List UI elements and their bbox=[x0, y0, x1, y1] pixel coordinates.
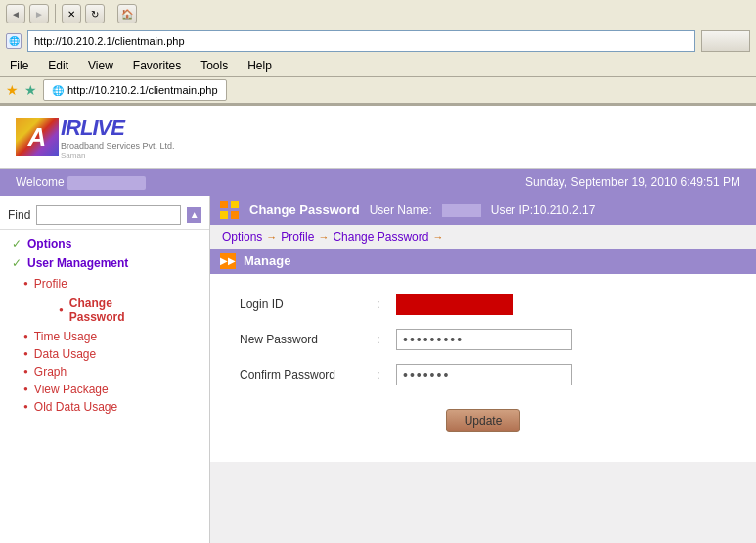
nav-subsub-change-password: ● Change Password bbox=[23, 293, 186, 328]
topbar-username-label: User Name: bbox=[370, 204, 432, 217]
sidebar-item-view-package[interactable]: ● View Package bbox=[23, 381, 186, 398]
confirm-password-input[interactable] bbox=[396, 364, 572, 385]
menu-help[interactable]: Help bbox=[244, 57, 276, 74]
welcome-prefix: Welcome bbox=[16, 175, 65, 189]
topbar-userbox bbox=[442, 204, 481, 217]
grid-cell-1 bbox=[220, 201, 228, 208]
breadcrumb-arrow-1: → bbox=[266, 231, 277, 243]
home-button[interactable]: 🏠 bbox=[117, 4, 137, 23]
logo-company: Saman bbox=[61, 151, 175, 159]
options-check-icon: ✓ bbox=[12, 237, 22, 250]
form-area: Login ID : New Password : Confirm Passwo… bbox=[210, 274, 756, 462]
breadcrumb-options[interactable]: Options bbox=[222, 230, 262, 244]
confirm-password-row: Confirm Password : bbox=[240, 364, 727, 385]
sidebar-item-options[interactable]: ✓ Options bbox=[0, 234, 209, 253]
grid-cell-4 bbox=[231, 211, 239, 219]
manage-icon: ▶▶ bbox=[220, 253, 236, 269]
sidebar-item-user-management[interactable]: ✓ User Management bbox=[0, 253, 209, 273]
logo-a-letter: A bbox=[28, 122, 47, 153]
add-favorite-icon: ★ bbox=[24, 82, 37, 98]
old-data-usage-label: Old Data Usage bbox=[34, 400, 117, 414]
login-id-row: Login ID : bbox=[240, 294, 727, 315]
login-id-input bbox=[396, 294, 513, 315]
view-package-label: View Package bbox=[34, 383, 109, 396]
menu-file[interactable]: File bbox=[6, 57, 32, 74]
breadcrumb: Options → Profile → Change Password → bbox=[210, 225, 756, 249]
user-management-label: User Management bbox=[27, 256, 128, 270]
options-label: Options bbox=[27, 237, 71, 250]
welcome-text: Welcome bbox=[16, 175, 146, 190]
go-button[interactable] bbox=[701, 30, 750, 52]
find-label: Find bbox=[8, 208, 30, 222]
new-password-input[interactable] bbox=[396, 329, 572, 350]
refresh-button[interactable]: ↻ bbox=[85, 4, 105, 23]
toolbar-divider2 bbox=[111, 4, 111, 23]
manage-header: ▶▶ Manage bbox=[210, 249, 756, 274]
content-area: Change Password User Name: User IP:10.21… bbox=[210, 196, 756, 543]
profile-bullet-icon: ● bbox=[23, 279, 28, 288]
confirm-password-label: Confirm Password bbox=[240, 368, 377, 382]
favorites-star-icon: ★ bbox=[6, 82, 19, 98]
grid-icon bbox=[220, 201, 240, 220]
logo-box: A bbox=[16, 118, 59, 156]
menu-edit[interactable]: Edit bbox=[44, 57, 72, 74]
address-input[interactable] bbox=[27, 30, 695, 52]
breadcrumb-change-password[interactable]: Change Password bbox=[333, 230, 428, 244]
login-id-colon: : bbox=[377, 297, 396, 311]
back-button[interactable]: ◄ bbox=[6, 4, 25, 23]
breadcrumb-arrow-3: → bbox=[432, 231, 443, 243]
sidebar-item-old-data-usage[interactable]: ● Old Data Usage bbox=[23, 398, 186, 416]
datetime: Sunday, September 19, 2010 6:49:51 PM bbox=[525, 175, 740, 189]
page-header: A IRLIVE Broadband Services Pvt. Ltd. Sa… bbox=[0, 106, 756, 169]
find-row: Find ▲ bbox=[0, 202, 209, 230]
fav-page-icon: 🌐 bbox=[52, 85, 64, 96]
logo: A IRLIVE Broadband Services Pvt. Ltd. Sa… bbox=[16, 115, 175, 159]
find-input[interactable] bbox=[36, 205, 181, 225]
sidebar-item-data-usage[interactable]: ● Data Usage bbox=[23, 345, 186, 363]
data-usage-bullet-icon: ● bbox=[23, 349, 28, 358]
sidebar-item-change-password[interactable]: ● Change Password bbox=[59, 294, 151, 326]
graph-bullet-icon: ● bbox=[23, 367, 28, 376]
breadcrumb-profile[interactable]: Profile bbox=[281, 230, 314, 244]
update-button[interactable]: Update bbox=[446, 409, 521, 432]
sidebar-item-profile[interactable]: ● Profile bbox=[23, 275, 186, 293]
view-package-bullet-icon: ● bbox=[23, 385, 28, 393]
page-icon: 🌐 bbox=[6, 33, 22, 49]
sidebar-item-time-usage[interactable]: ● Time Usage bbox=[23, 328, 186, 345]
new-password-colon: : bbox=[377, 333, 396, 346]
topbar-ip: User IP:10.210.2.17 bbox=[491, 204, 596, 217]
breadcrumb-arrow-2: → bbox=[318, 231, 329, 243]
data-usage-label: Data Usage bbox=[34, 347, 96, 361]
menu-view[interactable]: View bbox=[84, 57, 117, 74]
forward-button[interactable]: ► bbox=[29, 4, 49, 23]
menu-favorites[interactable]: Favorites bbox=[129, 57, 185, 74]
confirm-password-value bbox=[396, 364, 572, 385]
new-password-value bbox=[396, 329, 572, 350]
new-password-label: New Password bbox=[240, 333, 377, 346]
nav-sub-profile: ● Profile ● Change Password ● Time Usage… bbox=[0, 273, 209, 418]
fav-link[interactable]: 🌐 http://10.210.2.1/clientmain.php bbox=[43, 79, 227, 101]
old-data-usage-bullet-icon: ● bbox=[23, 402, 28, 411]
stop-button[interactable]: ✕ bbox=[62, 4, 81, 23]
topbar-title: Change Password bbox=[249, 203, 360, 217]
menu-tools[interactable]: Tools bbox=[197, 57, 232, 74]
find-toggle-button[interactable]: ▲ bbox=[187, 207, 201, 223]
login-id-value bbox=[396, 294, 513, 315]
manage-title: Manage bbox=[244, 253, 290, 268]
logo-airlive: IRLIVE bbox=[61, 115, 124, 141]
user-management-check-icon: ✓ bbox=[12, 256, 22, 270]
sidebar-item-graph[interactable]: ● Graph bbox=[23, 363, 186, 381]
time-usage-bullet-icon: ● bbox=[23, 332, 28, 340]
time-usage-label: Time Usage bbox=[34, 330, 97, 343]
grid-cell-3 bbox=[220, 211, 228, 219]
welcome-bar: Welcome Sunday, September 19, 2010 6:49:… bbox=[0, 169, 756, 196]
graph-label: Graph bbox=[34, 365, 67, 379]
toolbar-divider bbox=[55, 4, 56, 23]
new-password-row: New Password : bbox=[240, 329, 727, 350]
logo-sub: Broadband Services Pvt. Ltd. bbox=[61, 141, 175, 151]
grid-cell-2 bbox=[231, 201, 239, 208]
change-password-bullet-icon: ● bbox=[59, 305, 64, 314]
change-password-label: Change Password bbox=[69, 296, 151, 324]
sidebar: Find ▲ ✓ Options ✓ User Management ● Pro… bbox=[0, 196, 210, 543]
welcome-username bbox=[67, 176, 146, 190]
